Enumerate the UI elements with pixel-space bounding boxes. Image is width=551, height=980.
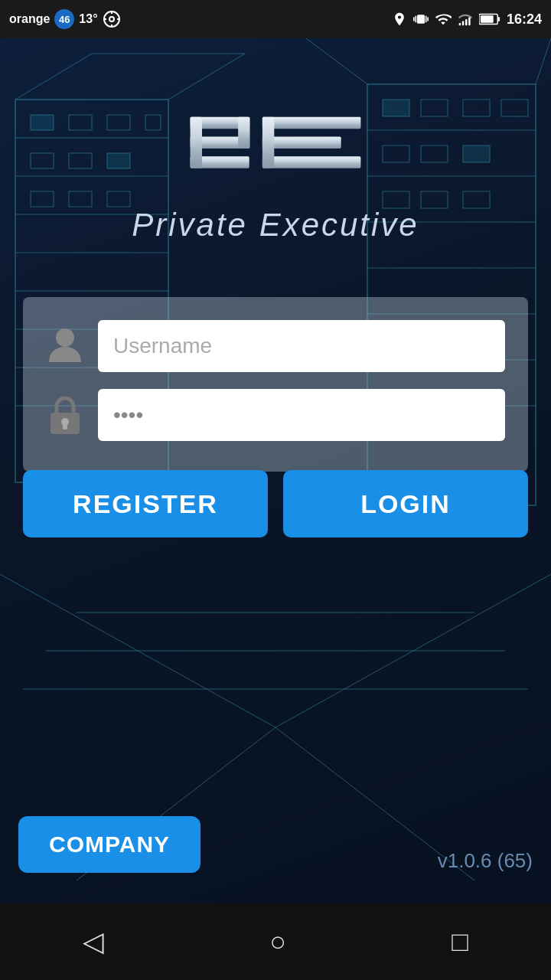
carrier-label: orange — [9, 12, 50, 26]
username-input[interactable] — [98, 320, 505, 372]
time-label: 16:24 — [507, 11, 542, 28]
login-card — [23, 297, 528, 472]
notification-badge: 46 — [54, 9, 74, 29]
svg-rect-60 — [462, 21, 465, 26]
signal-icon — [458, 11, 473, 27]
pe-logo-mark — [184, 107, 367, 199]
user-icon — [47, 327, 83, 365]
svg-rect-74 — [262, 117, 274, 168]
battery-icon — [479, 11, 500, 27]
user-icon-container — [46, 327, 84, 365]
svg-rect-73 — [262, 156, 361, 168]
buttons-row: REGISTER LOGIN — [23, 470, 528, 537]
compass-icon — [103, 10, 121, 28]
home-button[interactable]: ○ — [269, 926, 286, 958]
svg-rect-70 — [238, 117, 249, 149]
login-button[interactable]: LOGIN — [283, 470, 528, 537]
svg-rect-69 — [191, 117, 202, 168]
recent-apps-button[interactable]: □ — [452, 926, 468, 958]
lock-icon — [47, 394, 83, 436]
back-button[interactable]: ◁ — [83, 926, 104, 958]
password-row — [46, 389, 505, 441]
svg-rect-65 — [481, 15, 494, 22]
nav-bar: ◁ ○ □ — [0, 903, 551, 980]
company-button[interactable]: COMPANY — [18, 816, 201, 873]
version-label: v1.0.6 (65) — [438, 849, 533, 873]
svg-rect-71 — [262, 117, 361, 129]
svg-rect-62 — [468, 18, 471, 26]
bottom-area: COMPANY v1.0.6 (65) — [0, 816, 551, 873]
status-bar: orange 46 13° — [0, 0, 551, 38]
location-icon — [392, 11, 407, 27]
wifi-icon — [435, 11, 452, 28]
vibrate-icon — [413, 11, 429, 27]
logo-area: Private Executive — [0, 107, 551, 243]
register-button[interactable]: REGISTER — [23, 470, 268, 537]
svg-rect-59 — [459, 23, 461, 25]
svg-rect-64 — [497, 17, 500, 21]
svg-point-75 — [56, 328, 74, 347]
temperature-label: 13° — [79, 12, 97, 26]
lock-icon-container — [46, 396, 84, 434]
svg-rect-61 — [465, 19, 468, 25]
app-title: Private Executive — [132, 207, 419, 243]
password-input[interactable] — [98, 389, 505, 441]
status-right: 16:24 — [392, 11, 542, 28]
svg-rect-78 — [63, 423, 67, 430]
svg-point-54 — [109, 17, 114, 21]
username-row — [46, 320, 505, 372]
